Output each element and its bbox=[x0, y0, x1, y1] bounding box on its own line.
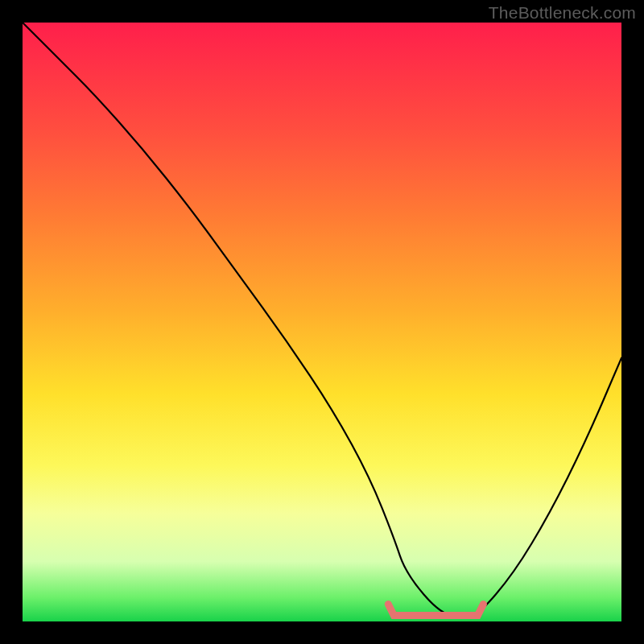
chart-frame: TheBottleneck.com bbox=[0, 0, 644, 644]
bottleneck-curve bbox=[23, 23, 621, 616]
plot-area bbox=[23, 23, 621, 621]
watermark-text: TheBottleneck.com bbox=[489, 3, 636, 23]
curve-layer bbox=[23, 23, 621, 621]
